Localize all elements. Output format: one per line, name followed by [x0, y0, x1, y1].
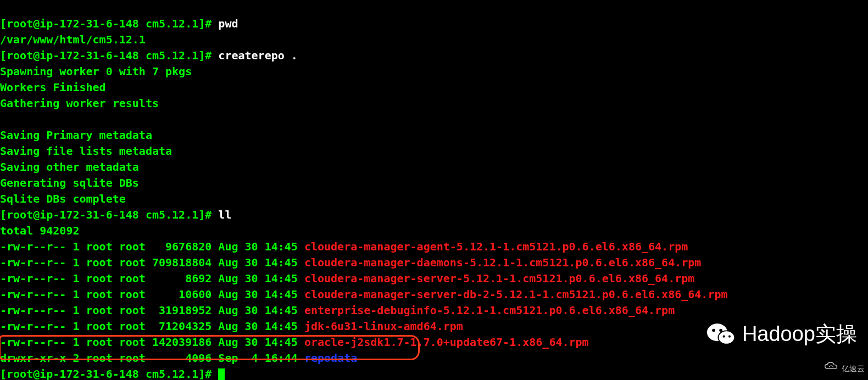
corner-watermark: 亿速云 [824, 361, 865, 377]
prompt: [root@ip-172-31-6-148 cm5.12.1]# [0, 17, 218, 30]
file-name-rpm: cloudera-manager-agent-5.12.1-1.cm5121.p… [304, 240, 688, 253]
file-meta: -rw-r--r-- 1 root root 9676820 Aug 30 14… [0, 240, 304, 253]
prompt: [root@ip-172-31-6-148 cm5.12.1]# [0, 208, 218, 221]
file-meta: -rw-r--r-- 1 root root 71204325 Aug 30 1… [0, 320, 304, 333]
file-name-rpm: cloudera-manager-daemons-5.12.1-1.cm5121… [304, 256, 701, 269]
output-line: Sqlite DBs complete [0, 192, 126, 205]
corner-text: 亿速云 [842, 361, 865, 377]
prompt: [root@ip-172-31-6-148 cm5.12.1]# [0, 49, 218, 62]
svg-point-5 [728, 336, 731, 338]
svg-point-3 [719, 329, 722, 332]
output-line: Gathering worker results [0, 97, 159, 110]
output-line: Saving other metadata [0, 160, 139, 174]
file-name-rpm: cloudera-manager-server-db-2-5.12.1-1.cm… [304, 288, 728, 301]
file-name-rpm: jdk-6u31-linux-amd64.rpm [304, 320, 463, 333]
cmd-text: pwd [218, 17, 238, 30]
dir-meta: drwxr-xr-x 2 root root 4096 Sep 4 16:44 [0, 351, 304, 365]
svg-point-2 [712, 329, 715, 332]
svg-point-1 [718, 331, 735, 344]
cloud-icon [824, 361, 838, 377]
output-line: Generating sqlite DBs [0, 176, 139, 189]
output-line: /var/www/html/cm5.12.1 [0, 33, 146, 46]
wechat-icon [706, 321, 737, 347]
cmd-text: ll [218, 208, 231, 221]
output-line: Saving Primary metadata [0, 128, 152, 142]
file-meta: -rw-r--r-- 1 root root 10600 Aug 30 14:4… [0, 288, 304, 301]
watermark-text: Hadoop实操 [742, 326, 857, 342]
file-meta: -rw-r--r-- 1 root root 31918952 Aug 30 1… [0, 304, 304, 317]
output-line: Saving file lists metadata [0, 144, 172, 158]
file-meta: -rw-r--r-- 1 root root 142039186 Aug 30 … [0, 336, 304, 349]
file-name-rpm: oracle-j2sdk1.7-1.7.0+update67-1.x86_64.… [304, 336, 589, 349]
file-meta: -rw-r--r-- 1 root root 709818804 Aug 30 … [0, 256, 304, 269]
cmd-text: createrepo . [218, 49, 298, 62]
output-line: Workers Finished [0, 81, 106, 94]
terminal-cursor[interactable] [218, 368, 225, 380]
svg-point-4 [722, 336, 725, 338]
file-name-rpm: cloudera-manager-server-5.12.1-1.cm5121.… [304, 272, 694, 285]
file-meta: -rw-r--r-- 1 root root 8692 Aug 30 14:45 [0, 272, 304, 285]
prompt: [root@ip-172-31-6-148 cm5.12.1]# [0, 367, 218, 380]
file-name-rpm: enterprise-debuginfo-5.12.1-1.cm5121.p0.… [304, 304, 675, 317]
output-line: total 942092 [0, 224, 80, 237]
dir-name: repodata [304, 351, 357, 365]
output-line: Spawning worker 0 with 7 pkgs [0, 65, 192, 78]
watermark: Hadoop实操 [706, 321, 857, 347]
